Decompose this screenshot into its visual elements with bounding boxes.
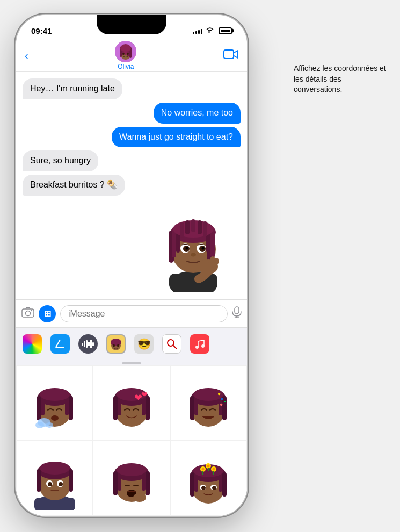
memoji-sticker (150, 201, 236, 292)
message-row: No worries, me too (23, 103, 241, 124)
annotation-text: Affichez les coordonnées et les détails … (294, 63, 390, 95)
back-button[interactable]: ‹ (25, 49, 28, 62)
music-app-icon[interactable] (190, 334, 209, 354)
photos-app-icon[interactable] (23, 334, 42, 354)
svg-rect-10 (224, 50, 234, 59)
notch (97, 15, 166, 34)
svg-rect-23 (180, 222, 184, 238)
appstore-app-icon[interactable] (50, 334, 70, 354)
svg-rect-104 (146, 471, 150, 495)
back-chevron-icon: ‹ (25, 49, 28, 62)
svg-rect-50 (92, 342, 94, 346)
wifi-icon (206, 27, 214, 35)
battery-icon (219, 27, 232, 34)
svg-point-124 (202, 468, 205, 471)
memoji-grid: ❤ ❤ (16, 365, 247, 516)
nav-header: ‹ (16, 42, 247, 72)
svg-point-67 (35, 422, 44, 428)
svg-point-65 (40, 388, 70, 401)
contact-header[interactable]: Olivia (115, 41, 136, 70)
memoji-item[interactable] (16, 365, 93, 441)
svg-line-56 (173, 346, 177, 349)
memoji-item[interactable] (170, 441, 247, 516)
svg-rect-82 (222, 396, 227, 420)
message-bubble: Sure, so hungry (23, 150, 98, 171)
video-call-button[interactable] (223, 48, 238, 63)
signal-icon (193, 27, 202, 34)
annotation-line (261, 70, 294, 70)
svg-point-32 (186, 247, 188, 249)
svg-rect-94 (37, 469, 41, 492)
memoji-app-icon[interactable] (106, 334, 126, 354)
camera-button[interactable] (21, 307, 34, 321)
svg-rect-113 (222, 472, 227, 497)
svg-point-7 (120, 45, 131, 52)
phone-frame: 09:41 (16, 15, 247, 516)
svg-point-58 (201, 344, 205, 348)
message-row: Sure, so hungry (23, 150, 241, 171)
outer-container: 09:41 (0, 0, 400, 532)
svg-point-38 (212, 262, 217, 268)
message-bubble: Wanna just go straight to eat? (112, 127, 241, 148)
memoji-item[interactable] (170, 365, 247, 441)
svg-point-125 (207, 465, 210, 468)
svg-rect-48 (88, 342, 90, 346)
memoji-item[interactable] (16, 441, 93, 516)
memoji-item[interactable]: ❤ ❤ (93, 365, 170, 441)
svg-point-100 (59, 482, 63, 486)
memoji-sticker-row (23, 201, 241, 292)
message-bubble: Hey… I'm running late (23, 78, 122, 99)
svg-rect-61 (37, 396, 41, 420)
stickers-app-icon[interactable]: 😎 (134, 334, 154, 354)
mic-button[interactable] (232, 306, 242, 321)
svg-point-52 (111, 339, 121, 346)
svg-rect-103 (113, 471, 118, 495)
svg-rect-89 (224, 401, 226, 402)
svg-rect-26 (198, 220, 202, 234)
svg-point-41 (31, 310, 32, 311)
svg-rect-112 (190, 472, 194, 497)
svg-rect-24 (185, 220, 190, 234)
svg-rect-12 (169, 274, 217, 290)
svg-rect-62 (69, 396, 73, 420)
message-row: Wanna just go straight to eat? (23, 127, 241, 148)
svg-point-96 (40, 462, 70, 475)
status-icons (193, 27, 232, 35)
phone-screen: 09:41 (16, 15, 247, 516)
message-bubble: Breakfast burritos ? 🌯 (23, 175, 125, 196)
contact-name: Olivia (118, 63, 134, 70)
svg-point-55 (168, 340, 174, 346)
svg-point-54 (117, 344, 119, 347)
apps-button[interactable]: ⊞ (39, 305, 56, 322)
svg-point-126 (213, 468, 215, 471)
message-row: Breakfast burritos ? 🌯 (23, 175, 241, 196)
svg-point-33 (202, 247, 205, 249)
message-row: Hey… I'm running late (23, 78, 241, 99)
contact-avatar (115, 41, 136, 62)
svg-point-99 (48, 482, 52, 486)
app-strip-container: 😎 (16, 327, 247, 365)
svg-point-107 (117, 463, 147, 476)
svg-point-119 (201, 486, 206, 490)
message-input[interactable] (60, 305, 228, 322)
video-camera-icon (223, 48, 238, 60)
svg-point-8 (123, 53, 125, 55)
messages-area: Hey… I'm running late No worries, me too… (16, 72, 247, 299)
svg-point-57 (195, 346, 199, 349)
microphone-icon (232, 306, 242, 318)
memoji-item[interactable] (93, 441, 170, 516)
svg-rect-46 (84, 341, 85, 347)
svg-point-53 (113, 344, 115, 347)
input-bar: ⊞ (16, 299, 247, 327)
svg-rect-27 (203, 221, 207, 236)
camera-icon (21, 307, 34, 318)
search-app-icon[interactable] (162, 334, 181, 354)
svg-rect-72 (113, 396, 118, 420)
svg-rect-25 (191, 219, 195, 232)
svg-rect-45 (82, 343, 83, 346)
svg-rect-81 (190, 396, 194, 420)
drag-indicator (16, 359, 247, 365)
svg-rect-47 (86, 340, 88, 348)
svg-rect-42 (235, 307, 239, 314)
soundboard-app-icon[interactable] (78, 334, 98, 354)
